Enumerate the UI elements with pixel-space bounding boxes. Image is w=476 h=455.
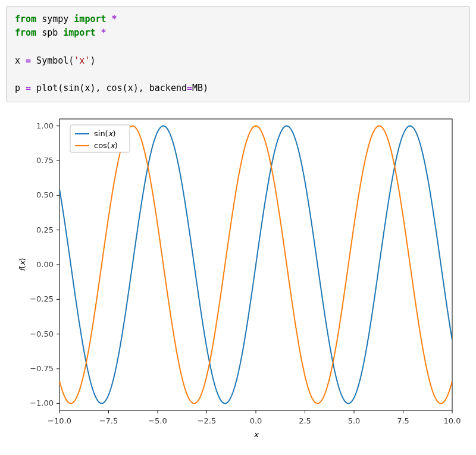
y-axis-label: f(x): [18, 258, 27, 271]
x-tick-label: −5.0: [148, 416, 167, 425]
x-tick-label: 10.0: [444, 416, 461, 425]
keyword-import: import: [74, 14, 106, 24]
symbol-call: Symbol(: [31, 55, 74, 66]
equals-operator: =: [26, 83, 31, 93]
keyword-from: from: [15, 14, 36, 24]
legend-label-cos: cos(x): [94, 141, 118, 150]
x-tick-label: 5.0: [348, 416, 361, 425]
close-paren: ): [90, 55, 95, 66]
y-tick-label: −0.50: [30, 329, 54, 338]
x-tick-label: −10.0: [48, 416, 71, 425]
x-tick-label: −7.5: [99, 416, 118, 425]
code-cell: from sympy import * from spb import * x …: [6, 6, 470, 102]
keyword-import: import: [63, 27, 95, 38]
series-line-sin: [60, 125, 452, 403]
star-operator: *: [95, 27, 106, 38]
y-tick-label: −0.75: [30, 364, 54, 373]
y-tick-label: 1.00: [36, 121, 54, 130]
chart-output: −10.0−7.5−5.0−2.50.02.55.07.510.0−1.00−0…: [12, 113, 464, 443]
legend-label-sin: sin(x): [94, 129, 115, 138]
y-tick-label: 0.25: [36, 225, 54, 234]
y-tick-label: 0.75: [36, 156, 54, 165]
plot-call: plot(sin(x), cos(x), backend: [31, 83, 187, 93]
equals-operator: =: [26, 55, 31, 66]
variable-x: x: [15, 55, 26, 66]
x-tick-label: 2.5: [299, 416, 311, 425]
x-tick-label: 7.5: [397, 416, 409, 425]
equals-operator: =: [187, 83, 192, 93]
y-tick-label: 0.50: [36, 190, 54, 199]
module-name: sympy: [36, 14, 74, 24]
keyword-from: from: [15, 27, 36, 38]
backend-arg: MB): [192, 83, 208, 93]
star-operator: *: [107, 14, 117, 24]
y-tick-label: 0.00: [36, 260, 54, 269]
y-tick-label: −0.25: [30, 294, 54, 303]
variable-p: p: [15, 83, 26, 93]
chart-svg: −10.0−7.5−5.0−2.50.02.55.07.510.0−1.00−0…: [12, 113, 464, 443]
x-tick-label: −2.5: [198, 416, 217, 425]
string-literal: 'x': [74, 55, 90, 66]
y-tick-label: −1.00: [30, 398, 54, 407]
x-axis-label: x: [253, 430, 259, 439]
module-name: spb: [36, 27, 63, 38]
x-tick-label: 0.0: [250, 416, 262, 425]
